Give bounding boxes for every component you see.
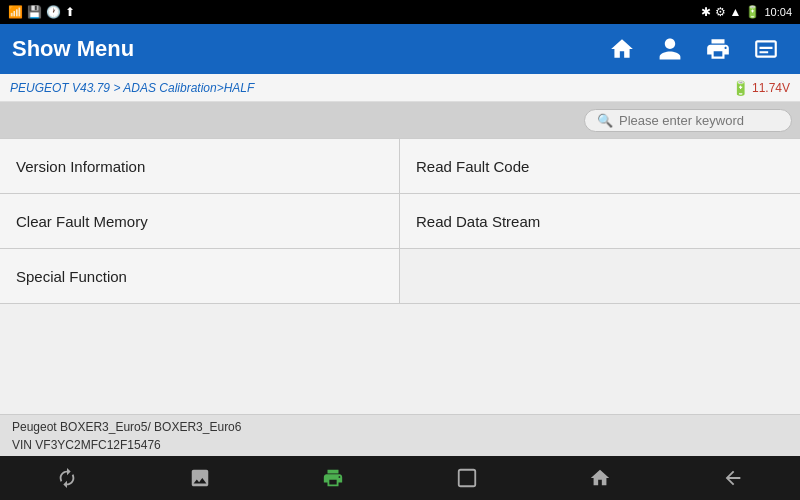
upload-icon: ⬆	[65, 5, 75, 19]
breadcrumb-bar: PEUGEOT V43.79 > ADAS Calibration>HALF 🔋…	[0, 74, 800, 102]
settings-icon: ⚙	[715, 5, 726, 19]
battery-indicator: 🔋 11.74V	[732, 80, 790, 96]
top-nav: Show Menu	[0, 24, 800, 74]
search-bar: 🔍	[0, 102, 800, 138]
menu-item-read-fault-code[interactable]: Read Fault Code	[400, 139, 800, 194]
search-input[interactable]	[619, 113, 779, 128]
search-icon: 🔍	[597, 113, 613, 128]
menu-item-version-info[interactable]: Version Information	[0, 139, 400, 194]
time-display: 10:04	[764, 6, 792, 18]
battery-status-icon: 🔋	[745, 5, 760, 19]
menu-grid: Version Information Read Fault Code Clea…	[0, 138, 800, 304]
nav-icons	[600, 27, 788, 71]
bottom-info: Peugeot BOXER3_Euro5/ BOXER3_Euro6 VIN V…	[0, 414, 800, 456]
android-print-button[interactable]	[311, 456, 355, 500]
search-wrapper[interactable]: 🔍	[584, 109, 792, 132]
empty-area	[0, 304, 800, 414]
vehicle-model: Peugeot BOXER3_Euro5/ BOXER3_Euro6	[12, 418, 241, 436]
status-bar: 📶 💾 🕐 ⬆ ✱ ⚙ ▲ 🔋 10:04	[0, 0, 800, 24]
svg-rect-0	[458, 470, 475, 487]
main-content: Version Information Read Fault Code Clea…	[0, 138, 800, 414]
signal-icon: 📶	[8, 5, 23, 19]
battery-icon: 🔋	[732, 80, 749, 96]
android-gallery-button[interactable]	[178, 456, 222, 500]
android-recent-button[interactable]	[445, 456, 489, 500]
battery-voltage: 11.74V	[752, 81, 790, 95]
status-right: ✱ ⚙ ▲ 🔋 10:04	[701, 5, 792, 19]
vehicle-vin: VIN VF3YC2MFC12F15476	[12, 436, 241, 454]
menu-item-empty	[400, 249, 800, 304]
exit-button[interactable]	[744, 27, 788, 71]
sd-icon: 💾	[27, 5, 42, 19]
bluetooth-icon: ✱	[701, 5, 711, 19]
android-refresh-button[interactable]	[45, 456, 89, 500]
menu-item-clear-fault-memory[interactable]: Clear Fault Memory	[0, 194, 400, 249]
menu-item-special-function[interactable]: Special Function	[0, 249, 400, 304]
profile-button[interactable]	[648, 27, 692, 71]
app-title: Show Menu	[12, 36, 134, 62]
menu-item-read-data-stream[interactable]: Read Data Stream	[400, 194, 800, 249]
clock-icon: 🕐	[46, 5, 61, 19]
android-back-button[interactable]	[711, 456, 755, 500]
android-home-button[interactable]	[578, 456, 622, 500]
breadcrumb-text: PEUGEOT V43.79 > ADAS Calibration>HALF	[10, 81, 254, 95]
wifi-icon: ▲	[730, 5, 742, 19]
home-button[interactable]	[600, 27, 644, 71]
status-left: 📶 💾 🕐 ⬆	[8, 5, 75, 19]
android-nav	[0, 456, 800, 500]
vehicle-info: Peugeot BOXER3_Euro5/ BOXER3_Euro6 VIN V…	[12, 418, 241, 454]
print-button[interactable]	[696, 27, 740, 71]
